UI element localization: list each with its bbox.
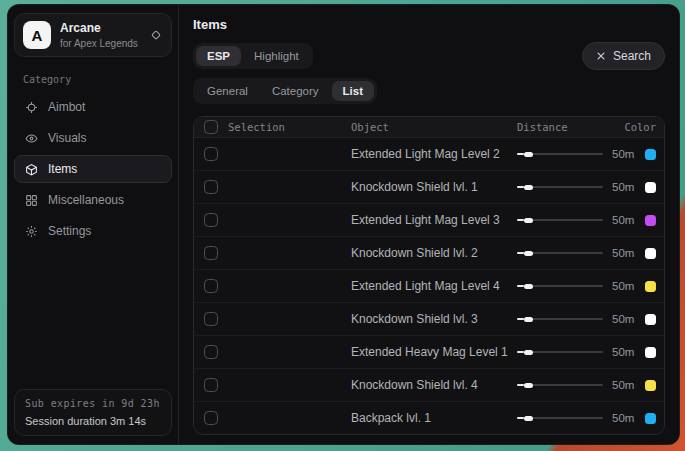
select-all-checkbox[interactable] [204,120,218,134]
object-name: Knockdown Shield lvl. 3 [351,312,517,326]
sidebar-item-items[interactable]: Items [14,155,172,183]
sidebar-item-label: Visuals [48,131,86,145]
distance-slider[interactable] [517,281,603,291]
x-icon [596,51,606,61]
distance-slider[interactable] [517,314,603,324]
sidebar-item-label: Aimbot [48,100,85,114]
distance-slider[interactable] [517,182,603,192]
sidebar-item-label: Miscellaneous [48,193,124,207]
tab-esp[interactable]: ESP [196,46,241,66]
slider-knob[interactable] [524,218,533,223]
slider-knob[interactable] [524,416,533,421]
subtabs-row: General Category List [193,78,665,104]
distance-value: 50m [612,148,634,160]
distance-value: 50m [612,181,634,193]
search-button[interactable]: Search [582,42,665,70]
items-table: Selection Object Distance Color Extended… [193,116,665,435]
sub-expiry-text: Sub expires in 9d 23h [25,398,161,409]
slider-knob[interactable] [524,350,533,355]
row-checkbox[interactable] [204,411,218,425]
distance-value: 50m [612,280,634,292]
row-checkbox[interactable] [204,180,218,194]
color-swatch[interactable] [645,149,656,160]
distance-slider[interactable] [517,413,603,423]
row-checkbox[interactable] [204,147,218,161]
object-name: Extended Heavy Mag Level 1 [351,345,517,359]
eye-icon [24,131,38,145]
row-checkbox[interactable] [204,345,218,359]
page-title: Items [193,17,665,32]
distance-value: 50m [612,412,634,424]
row-checkbox[interactable] [204,246,218,260]
table-row-extended-light-mag-level-2: Extended Light Mag Level 2 50m [194,138,664,171]
secondary-tab-group: General Category List [193,78,377,104]
slider-knob[interactable] [524,317,533,322]
sidebar: A Arcane for Apex Legends Category Aimbo… [8,5,179,444]
row-checkbox[interactable] [204,312,218,326]
sidebar-item-aimbot[interactable]: Aimbot [14,93,172,121]
slider-knob[interactable] [524,152,533,157]
distance-slider[interactable] [517,215,603,225]
table-row-knockdown-shield-lvl-3: Knockdown Shield lvl. 3 50m [194,303,664,336]
slider-knob[interactable] [524,185,533,190]
distance-slider[interactable] [517,149,603,159]
sidebar-section-label: Category [23,74,178,85]
color-swatch[interactable] [645,248,656,259]
object-name: Extended Light Mag Level 4 [351,279,517,293]
slider-knob[interactable] [524,383,533,388]
sidebar-item-visuals[interactable]: Visuals [14,124,172,152]
color-swatch[interactable] [645,347,656,358]
diamond-icon[interactable] [149,28,163,42]
color-swatch[interactable] [645,380,656,391]
row-checkbox[interactable] [204,378,218,392]
slider-knob[interactable] [524,284,533,289]
sidebar-item-label: Items [48,162,77,176]
tab-label: Category [272,85,319,97]
color-swatch[interactable] [645,413,656,424]
subscription-info-card: Sub expires in 9d 23h Session duration 3… [14,389,172,436]
color-swatch[interactable] [645,215,656,226]
row-checkbox[interactable] [204,279,218,293]
color-swatch[interactable] [645,281,656,292]
tab-label: List [343,85,363,97]
distance-value: 50m [612,247,634,259]
table-row-extended-heavy-mag-level-1: Extended Heavy Mag Level 1 50m [194,336,664,369]
sidebar-nav: Aimbot Visuals Items Miscellaneous Setti… [8,93,178,245]
package-icon [24,162,38,176]
table-row-extended-light-mag-level-3: Extended Light Mag Level 3 50m [194,204,664,237]
tab-highlight[interactable]: Highlight [243,46,310,66]
distance-value: 50m [612,346,634,358]
table-row-knockdown-shield-lvl-4: Knockdown Shield lvl. 4 50m [194,369,664,402]
column-header-object: Object [351,121,517,133]
tab-general[interactable]: General [196,81,259,101]
app-header-card: A Arcane for Apex Legends [14,13,172,57]
tab-label: ESP [207,50,230,62]
distance-value: 50m [612,379,634,391]
distance-slider[interactable] [517,347,603,357]
search-button-label: Search [613,49,651,63]
table-row-knockdown-shield-lvl-1: Knockdown Shield lvl. 1 50m [194,171,664,204]
table-row-extended-light-mag-level-4: Extended Light Mag Level 4 50m [194,270,664,303]
table-body: Extended Light Mag Level 2 50m Knockdown… [194,138,664,434]
sidebar-item-label: Settings [48,224,91,238]
sidebar-item-miscellaneous[interactable]: Miscellaneous [14,186,172,214]
slider-knob[interactable] [524,251,533,256]
sidebar-item-settings[interactable]: Settings [14,217,172,245]
tab-list[interactable]: List [332,81,374,101]
main-panel: Items ESP Highlight Search General Categ… [179,5,679,444]
tab-label: General [207,85,248,97]
primary-tab-group: ESP Highlight [193,43,313,69]
color-swatch[interactable] [645,182,656,193]
object-name: Knockdown Shield lvl. 1 [351,180,517,194]
distance-value: 50m [612,313,634,325]
distance-slider[interactable] [517,248,603,258]
distance-value: 50m [612,214,634,226]
color-swatch[interactable] [645,314,656,325]
app-subtitle: for Apex Legends [60,38,138,49]
table-header-row: Selection Object Distance Color [194,117,664,138]
app-name: Arcane [60,22,138,35]
row-checkbox[interactable] [204,213,218,227]
distance-slider[interactable] [517,380,603,390]
app-window: A Arcane for Apex Legends Category Aimbo… [7,4,680,445]
tab-category[interactable]: Category [261,81,330,101]
